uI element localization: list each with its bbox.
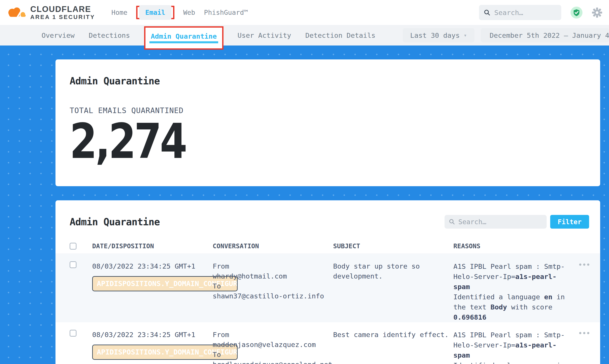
global-search-input[interactable] [494, 9, 556, 17]
date-range-text: December 5th 2022 — January 4th 2023 [490, 31, 609, 39]
nav-home[interactable]: Home [111, 9, 127, 16]
to-label: To [213, 350, 333, 360]
brand-name: CLOUDFLARE [30, 5, 95, 14]
table-header-bar: Admin Quarantine Filter [55, 215, 600, 229]
reasons-cell: A1S IPBL Pearl spam : Smtp-Helo-Server-I… [453, 330, 568, 364]
tab-detections[interactable]: Detections [89, 31, 130, 39]
primary-nav: Home Email Web PhishGuard™ [111, 6, 248, 19]
reasons-cell: A1S IPBL Pearl spam : Smtp-Helo-Server-I… [453, 261, 568, 322]
date-range-value[interactable]: December 5th 2022 — January 4th 2023 [481, 28, 609, 42]
date-range-dropdown-label: Last 30 days [410, 31, 460, 39]
col-subject: SUBJECT [333, 242, 453, 250]
top-right-controls [479, 5, 609, 20]
gear-icon[interactable] [592, 7, 602, 18]
date-controls: Last 30 days ▾ December 5th 2022 — Janua… [403, 28, 609, 42]
metric-value: 2,274 [70, 116, 505, 167]
shield-check-icon [573, 9, 580, 16]
cloudflare-cloud-icon [6, 6, 27, 20]
annotation-email-highlight: Email [136, 6, 174, 19]
col-date-disposition: DATE/DISPOSITION [92, 242, 213, 250]
tab-detection-details[interactable]: Detection Details [305, 31, 375, 39]
nav-email[interactable]: Email [139, 5, 171, 20]
search-icon [449, 219, 455, 225]
active-tab-underline [149, 41, 218, 43]
table-row: 08/03/2022 23:34:25 GMT+1 APIDISPOSITION… [55, 322, 600, 364]
table-row: 08/03/2022 23:34:25 GMT+1 APIDISPOSITION… [55, 253, 600, 322]
col-conversation: CONVERSATION [213, 242, 333, 250]
to-address[interactable]: bradleyrodriguez@copeland.net [213, 360, 333, 364]
date-range-dropdown[interactable]: Last 30 days ▾ [403, 28, 474, 42]
from-address[interactable]: maddenjason@velazquez.com [213, 340, 333, 350]
row-checkbox[interactable] [70, 261, 77, 268]
to-address[interactable]: shawn37@castillo-ortiz.info [213, 291, 333, 301]
tab-user-activity[interactable]: User Activity [238, 31, 291, 39]
table-card-title: Admin Quarantine [70, 216, 160, 228]
table-search-input[interactable] [459, 218, 542, 226]
summary-card: Admin Quarantine TOTAL EMAILS QUARANTINE… [55, 59, 600, 186]
filter-button[interactable]: Filter [550, 215, 589, 229]
row-checkbox[interactable] [70, 330, 77, 337]
annotation-admin-quarantine-highlight: Admin Quarantine [144, 26, 223, 50]
email-section-tabs: Overview Detections Admin Quarantine Use… [0, 25, 609, 46]
more-actions-button[interactable] [568, 261, 600, 266]
date-disposition-cell: 08/03/2022 23:34:25 GMT+1 APIDISPOSITION… [92, 261, 213, 322]
summary-card-title: Admin Quarantine [70, 75, 600, 87]
brand-subtitle: AREA 1 SECURITY [30, 14, 95, 20]
global-search[interactable] [479, 5, 561, 20]
from-label: From [213, 261, 333, 271]
col-reasons: REASONS [453, 242, 568, 250]
conversation-cell: From whardy@hotmail.com To shawn37@casti… [213, 261, 333, 322]
row-date: 08/03/2022 23:34:25 GMT+1 [92, 330, 213, 340]
table-column-headers: DATE/DISPOSITION CONVERSATION SUBJECT RE… [55, 239, 600, 253]
tab-overview[interactable]: Overview [41, 31, 74, 39]
chevron-down-icon: ▾ [464, 32, 467, 39]
table-search[interactable] [445, 215, 547, 229]
more-actions-button[interactable] [568, 330, 600, 334]
subject-cell[interactable]: Best camera identify effect. [333, 330, 453, 364]
security-status-badge[interactable] [570, 7, 582, 19]
brand-text: CLOUDFLARE AREA 1 SECURITY [30, 5, 95, 20]
cloudflare-logo: CLOUDFLARE AREA 1 SECURITY [6, 5, 95, 20]
search-icon [484, 9, 490, 16]
nav-phishguard[interactable]: PhishGuard™ [204, 9, 248, 16]
quarantine-table-card: Admin Quarantine Filter DATE/DISPOSITION… [55, 200, 600, 364]
top-bar: CLOUDFLARE AREA 1 SECURITY Home Email We… [0, 0, 609, 25]
from-label: From [213, 330, 333, 340]
row-date: 08/03/2022 23:34:25 GMT+1 [92, 261, 213, 271]
date-disposition-cell: 08/03/2022 23:34:25 GMT+1 APIDISPOSITION… [92, 330, 213, 364]
tab-admin-quarantine[interactable]: Admin Quarantine [151, 32, 217, 40]
page-background: Admin Quarantine TOTAL EMAILS QUARANTINE… [0, 46, 609, 364]
nav-web[interactable]: Web [183, 9, 195, 16]
subject-cell[interactable]: Body star up store so development. [333, 261, 453, 322]
to-label: To [213, 281, 333, 291]
conversation-cell: From maddenjason@velazquez.com To bradle… [213, 330, 333, 364]
select-all-checkbox[interactable] [70, 243, 77, 250]
from-address[interactable]: whardy@hotmail.com [213, 271, 333, 281]
